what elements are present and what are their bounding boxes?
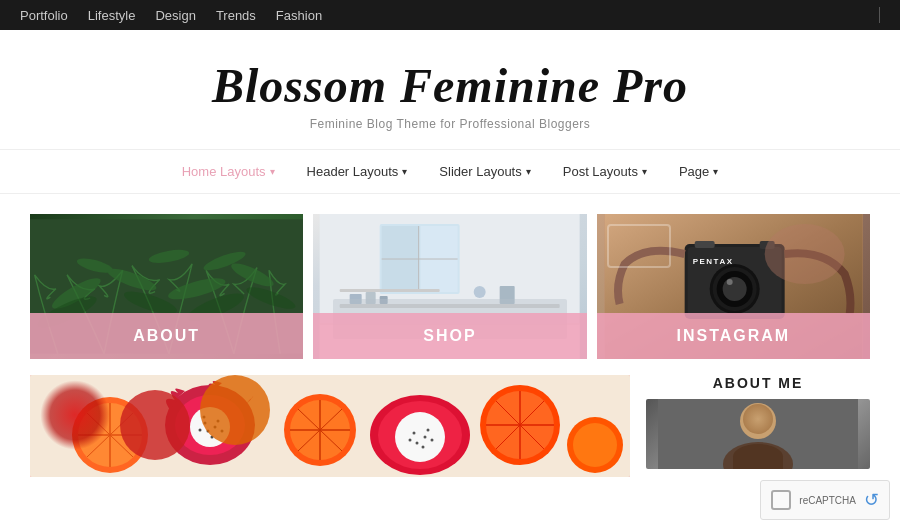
about-me-title: ABOUT ME — [646, 375, 870, 391]
site-title: Blossom Feminine Pro — [20, 58, 880, 113]
recaptcha-checkbox[interactable] — [771, 490, 791, 510]
nav-trends[interactable]: Trends — [216, 8, 256, 23]
svg-rect-22 — [380, 296, 388, 304]
svg-point-71 — [427, 429, 430, 432]
svg-point-73 — [422, 446, 425, 449]
shop-banner[interactable]: SHOP — [313, 214, 586, 359]
fruit-graphic — [30, 375, 630, 477]
nav-fashion[interactable]: Fashion — [276, 8, 322, 23]
content-area: ABOUT — [0, 194, 900, 477]
chevron-down-icon: ▾ — [270, 166, 275, 177]
banners-row: ABOUT — [30, 214, 870, 359]
svg-text:PENTAX: PENTAX — [692, 257, 733, 266]
top-navbar: Portfolio Lifestyle Design Trends Fashio… — [0, 0, 900, 30]
chevron-down-icon: ▾ — [713, 166, 718, 177]
nav-slider-layouts[interactable]: Slider Layouts ▾ — [423, 150, 546, 194]
svg-point-35 — [726, 279, 732, 285]
svg-point-51 — [204, 422, 207, 425]
nav-header-layouts[interactable]: Header Layouts ▾ — [291, 150, 424, 194]
chevron-down-icon: ▾ — [402, 166, 407, 177]
svg-point-58 — [203, 416, 206, 419]
about-banner[interactable]: ABOUT — [30, 214, 303, 359]
main-navbar: Home Layouts ▾ Header Layouts ▾ Slider L… — [0, 150, 900, 194]
svg-point-74 — [431, 439, 434, 442]
svg-point-55 — [199, 429, 202, 432]
svg-point-68 — [413, 432, 416, 435]
nav-portfolio[interactable]: Portfolio — [20, 8, 68, 23]
instagram-banner[interactable]: PENTAX INSTAGRAM — [597, 214, 870, 359]
svg-point-23 — [474, 286, 486, 298]
svg-rect-19 — [340, 289, 440, 292]
svg-point-67 — [395, 412, 445, 462]
about-me-sidebar: ABOUT ME — [646, 375, 870, 469]
nav-divider — [879, 7, 880, 23]
nav-post-layouts[interactable]: Post Layouts ▾ — [547, 150, 663, 194]
svg-rect-20 — [350, 294, 362, 304]
svg-point-34 — [722, 277, 746, 301]
svg-point-57 — [221, 430, 224, 433]
chevron-down-icon: ▾ — [642, 166, 647, 177]
nav-home-layouts[interactable]: Home Layouts ▾ — [166, 150, 291, 194]
svg-point-69 — [424, 436, 427, 439]
site-tagline: Feminine Blog Theme for Proffessional Bl… — [20, 117, 880, 131]
recaptcha-logo: ↺ — [864, 489, 879, 511]
svg-point-84 — [740, 403, 776, 439]
svg-point-50 — [190, 407, 230, 447]
nav-design[interactable]: Design — [155, 8, 195, 23]
instagram-banner-label: INSTAGRAM — [597, 313, 870, 359]
recaptcha-label: reCAPTCHA — [799, 495, 856, 506]
svg-rect-24 — [500, 286, 515, 304]
svg-point-70 — [416, 442, 419, 445]
about-me-image — [646, 399, 870, 469]
chevron-down-icon: ▾ — [526, 166, 531, 177]
svg-point-82 — [573, 423, 617, 467]
svg-rect-21 — [366, 292, 376, 304]
svg-point-72 — [409, 439, 412, 442]
site-header: Blossom Feminine Pro Feminine Blog Theme… — [0, 30, 900, 150]
svg-point-53 — [207, 430, 210, 433]
recaptcha-widget: reCAPTCHA ↺ — [760, 480, 890, 520]
svg-rect-18 — [340, 304, 560, 308]
svg-point-56 — [211, 436, 214, 439]
fruit-image[interactable] — [30, 375, 630, 477]
shop-banner-label: SHOP — [313, 313, 586, 359]
bottom-row: ABOUT ME — [30, 375, 870, 477]
svg-rect-38 — [694, 241, 714, 248]
svg-point-54 — [217, 420, 220, 423]
nav-page[interactable]: Page ▾ — [663, 150, 734, 194]
svg-point-52 — [214, 426, 217, 429]
about-me-photo — [646, 399, 870, 469]
about-banner-label: ABOUT — [30, 313, 303, 359]
svg-point-39 — [764, 224, 844, 284]
nav-lifestyle[interactable]: Lifestyle — [88, 8, 136, 23]
